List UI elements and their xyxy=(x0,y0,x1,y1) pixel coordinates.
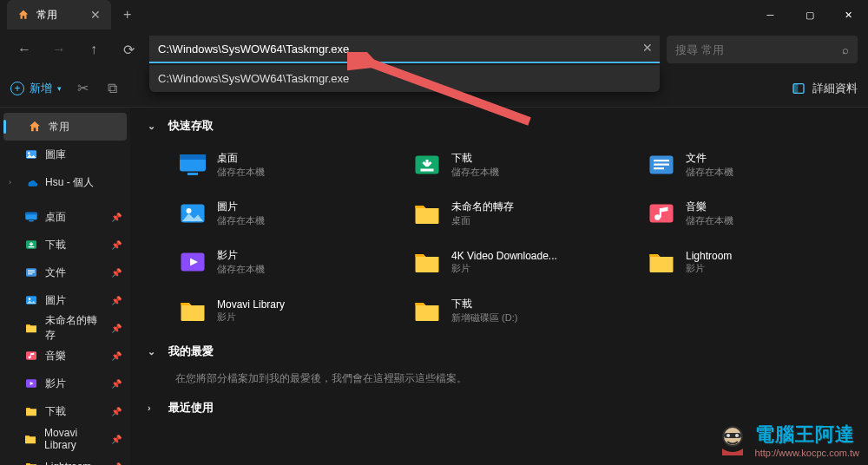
sidebar-item-label: Lightroom xyxy=(45,461,91,465)
section-quick-access[interactable]: ⌄ 快速存取 xyxy=(148,118,851,134)
section-recent[interactable]: › 最近使用 xyxy=(148,400,851,416)
refresh-button[interactable]: ⟳ xyxy=(115,36,142,63)
section-label: 我的最愛 xyxy=(168,344,214,359)
quick-item[interactable]: 桌面 儲存在本機 xyxy=(174,146,382,184)
svg-rect-1 xyxy=(793,83,798,93)
quick-item[interactable]: 圖片 儲存在本機 xyxy=(174,194,382,232)
item-label: 下載 xyxy=(451,151,499,166)
sidebar-item-label: 下載 xyxy=(45,238,66,252)
maximize-button[interactable]: ▢ xyxy=(790,0,829,29)
sidebar-item-label: Movavi Library xyxy=(44,427,104,451)
item-label: 未命名的轉存 xyxy=(451,200,514,214)
svg-rect-6 xyxy=(29,220,33,221)
item-label: Movavi Library xyxy=(217,298,285,311)
search-input[interactable] xyxy=(667,36,858,63)
svg-point-3 xyxy=(28,152,30,154)
details-button[interactable]: 詳細資料 xyxy=(792,81,858,96)
download-icon xyxy=(411,149,443,180)
sidebar-item-label: 桌面 xyxy=(45,210,66,225)
section-favorites[interactable]: ⌄ 我的最愛 xyxy=(148,344,851,359)
search-icon: ⌕ xyxy=(842,43,849,56)
folder-icon xyxy=(646,246,677,278)
pin-icon: 📌 xyxy=(111,213,122,222)
minimize-button[interactable]: ─ xyxy=(751,0,790,29)
quick-item[interactable]: 下載 儲存在本機 xyxy=(408,146,616,184)
folder-icon xyxy=(177,295,208,326)
sidebar-pinned-item[interactable]: 文件 📌 xyxy=(0,259,130,286)
forward-button[interactable]: → xyxy=(45,36,73,63)
quick-item[interactable]: 4K Video Downloade... 影片 xyxy=(408,243,616,281)
address-input[interactable] xyxy=(149,36,660,63)
sidebar-item-label: 下載 xyxy=(45,404,66,419)
svg-rect-17 xyxy=(30,353,31,357)
sidebar-pinned-item[interactable]: 圖片 📌 xyxy=(0,286,130,314)
folder-icon xyxy=(411,246,443,278)
item-sublabel: 桌面 xyxy=(451,214,514,227)
item-label: 桌面 xyxy=(217,151,265,166)
sidebar-pinned-item[interactable]: 下載 📌 xyxy=(0,231,130,259)
item-sublabel: 儲存在本機 xyxy=(451,166,499,179)
new-button[interactable]: + 新增 ▾ xyxy=(10,81,62,96)
favorites-empty-text: 在您將部分檔案加到我的最愛後，我們會在這裡顯示這些檔案。 xyxy=(148,371,851,386)
clear-address-icon[interactable]: ✕ xyxy=(642,41,653,55)
svg-point-29 xyxy=(187,208,192,213)
address-bar-wrap: ✕ C:\Windows\SysWOW64\Taskmgr.exe xyxy=(149,36,660,63)
address-suggestion[interactable]: C:\Windows\SysWOW64\Taskmgr.exe xyxy=(149,65,660,92)
sidebar-item-label: 圖庫 xyxy=(45,147,66,162)
pin-icon: 📌 xyxy=(111,324,122,333)
back-button[interactable]: ← xyxy=(10,36,38,63)
item-label: 圖片 xyxy=(217,200,265,214)
sidebar-pinned-item[interactable]: 下載 📌 xyxy=(0,397,130,425)
section-label: 快速存取 xyxy=(168,118,214,134)
svg-rect-12 xyxy=(28,273,32,274)
quick-item[interactable]: 音樂 儲存在本機 xyxy=(642,194,851,232)
quick-access-grid: 桌面 儲存在本機 下載 儲存在本機 文件 儲存在本機 圖片 儲存在本機 未命名的… xyxy=(148,146,851,330)
item-label: 影片 xyxy=(217,248,265,263)
chevron-right-icon: › xyxy=(148,403,158,413)
quick-item[interactable]: 影片 儲存在本機 xyxy=(174,243,382,281)
sidebar-pinned-item[interactable]: 未命名的轉存 📌 xyxy=(0,314,130,342)
up-button[interactable]: ↑ xyxy=(80,36,108,63)
music-icon xyxy=(646,198,677,229)
quick-item[interactable]: 未命名的轉存 桌面 xyxy=(408,194,616,232)
details-label: 詳細資料 xyxy=(812,81,858,96)
item-label: 文件 xyxy=(686,151,733,166)
sidebar-item-label: 影片 xyxy=(45,377,66,391)
sidebar-item-label: 圖片 xyxy=(45,293,66,308)
sidebar-pinned-item[interactable]: Lightroom 📌 xyxy=(0,453,130,465)
sidebar-pinned-item[interactable]: 影片 📌 xyxy=(0,370,130,397)
pin-icon: 📌 xyxy=(111,462,122,466)
tab-label: 常用 xyxy=(36,8,57,23)
sidebar-pinned-item[interactable]: 音樂 📌 xyxy=(0,342,130,370)
pics-icon xyxy=(177,198,208,229)
pin-icon: 📌 xyxy=(111,351,122,361)
sidebar-item-home[interactable]: 常用 xyxy=(3,113,127,141)
svg-point-14 xyxy=(29,298,31,300)
sidebar-item-gallery[interactable]: 圖庫 xyxy=(0,141,130,168)
svg-rect-5 xyxy=(25,213,36,215)
item-sublabel: 儲存在本機 xyxy=(217,166,265,179)
sidebar-item-label: 常用 xyxy=(49,120,69,134)
quick-item[interactable]: 下載 新增磁碟區 (D:) xyxy=(408,291,616,330)
pin-icon: 📌 xyxy=(111,435,122,444)
sidebar-pinned-item[interactable]: Movavi Library 📌 xyxy=(0,425,130,453)
quick-item[interactable]: Movavi Library 影片 xyxy=(174,291,382,330)
pin-icon: 📌 xyxy=(111,268,122,278)
item-label: 下載 xyxy=(451,297,517,311)
svg-rect-8 xyxy=(29,246,35,247)
pin-icon: 📌 xyxy=(111,240,122,250)
svg-rect-11 xyxy=(28,272,35,272)
tab-home[interactable]: 常用 ✕ xyxy=(7,0,111,29)
svg-rect-32 xyxy=(660,208,661,218)
plus-icon: + xyxy=(10,82,24,95)
quick-item[interactable]: 文件 儲存在本機 xyxy=(642,146,851,184)
close-window-button[interactable]: ✕ xyxy=(829,0,868,29)
cut-icon[interactable]: ✂ xyxy=(74,76,92,100)
copy-icon[interactable]: ⧉ xyxy=(104,77,121,100)
quick-item[interactable]: Lightroom 影片 xyxy=(642,243,851,281)
sidebar-pinned-item[interactable]: 桌面 📌 xyxy=(0,203,130,231)
desktop-icon xyxy=(177,149,208,180)
new-tab-button[interactable]: + xyxy=(123,7,131,23)
close-icon[interactable]: ✕ xyxy=(90,8,101,22)
sidebar-item-onedrive[interactable]: › Hsu - 個人 xyxy=(0,168,130,196)
